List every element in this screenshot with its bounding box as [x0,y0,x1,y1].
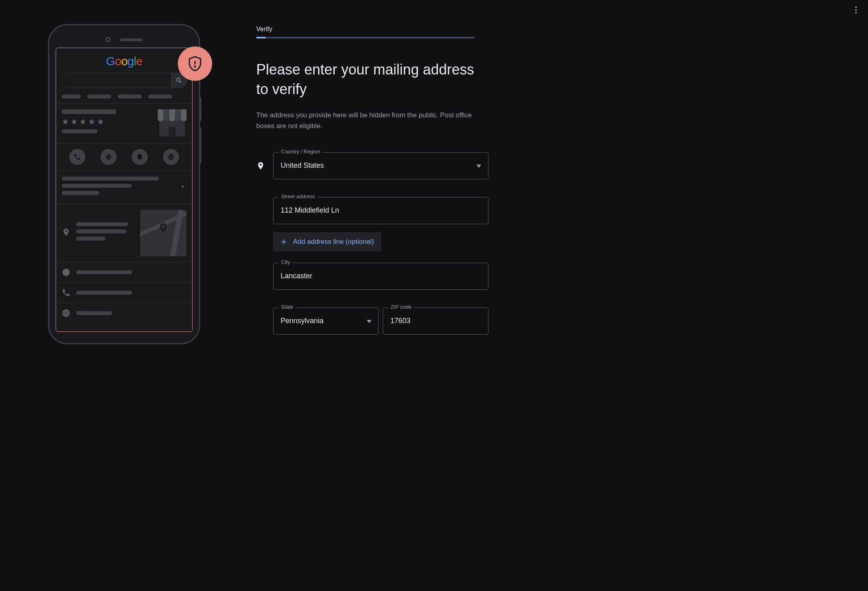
phone-row [56,283,192,303]
zip-label: ZIP code [388,304,414,310]
state-zip-cols: State Pennsylvania ZIP code [273,308,488,335]
more-menu-button[interactable] [852,3,860,17]
placeholder-line [76,229,127,233]
shield-alert-icon [178,46,212,81]
chevron-right-icon [179,183,187,192]
location-pin-icon [256,161,265,170]
map-pin-icon [157,222,169,236]
city-label: City [279,259,292,265]
phone-side-button [199,97,201,121]
svg-point-2 [195,66,195,67]
google-logo: Google [56,48,192,73]
chip-placeholder [87,94,111,98]
placeholder-line [62,191,99,195]
street-row: Street address [256,197,488,224]
category-chips-row [56,93,192,103]
chip-placeholder [118,94,142,98]
overview-row [56,171,192,204]
state-field: State Pennsylvania [273,308,379,335]
state-zip-row: State Pennsylvania ZIP code [256,308,488,335]
zip-input[interactable] [383,308,488,335]
placeholder-line [76,222,129,226]
page-title: Please enter your mailing address to ver… [256,60,488,99]
mini-map [140,210,187,256]
street-field: Street address [273,197,488,224]
country-row: Country / Region United States [256,152,488,179]
city-row: City [256,263,488,290]
country-field: Country / Region United States [273,152,488,179]
website-icon [163,149,179,165]
country-select[interactable]: United States [273,152,488,179]
phone-wrapper: Google [48,24,200,344]
step-label: Verify [256,26,488,33]
add-line-row: Add address line (optional) [256,232,488,251]
pin-icon [62,228,70,238]
state-label: State [279,304,295,310]
hours-row [56,262,192,282]
city-input[interactable] [273,263,488,290]
listing-header [56,104,192,143]
phone-earpiece [56,34,193,48]
progress-track [256,37,474,38]
address-lines [76,222,135,244]
actions-row [56,143,192,171]
page-subtitle: The address you provide here will be hid… [256,110,488,131]
page-wrapper: Google [0,0,868,368]
placeholder-line [76,291,132,295]
form-column: Verify Please enter your mailing address… [256,24,488,352]
placeholder-line [62,184,132,188]
clock-icon [62,268,70,277]
illustration-column: Google [48,24,200,352]
placeholder-line [76,237,105,241]
add-address-line-button[interactable]: Add address line (optional) [273,232,381,251]
phone-icon [62,288,70,297]
star-rating [62,118,152,125]
placeholder-line [62,129,98,133]
website-row [56,303,192,323]
directions-icon [100,149,117,165]
city-field: City [273,263,488,290]
search-bar-row [56,73,192,93]
country-value: United States [281,161,324,170]
phone-volume-button [199,127,201,163]
storefront-icon [158,109,187,137]
chip-placeholder [148,94,172,98]
phone-screen: Google [56,48,193,332]
progress-fill [256,37,266,38]
plus-icon [280,238,287,245]
search-bar [62,73,187,88]
phone-speaker [120,38,143,41]
chip-placeholder [62,94,81,98]
search-input-placeholder [62,73,171,88]
call-icon [69,149,85,165]
state-select[interactable]: Pennsylvania [273,308,379,335]
zip-field: ZIP code [383,308,488,335]
listing-text [62,109,152,137]
phone-frame: Google [48,24,200,344]
placeholder-line [76,270,132,274]
placeholder-line [62,109,116,114]
placeholder-line [62,177,159,181]
globe-icon [62,309,70,318]
street-input[interactable] [273,197,488,224]
country-label: Country / Region [279,149,323,155]
save-icon [132,149,148,165]
address-row [56,204,192,262]
placeholder-line [76,311,112,315]
state-value: Pennsylvania [281,317,323,325]
phone-camera-dot [106,37,111,42]
street-label: Street address [279,193,317,199]
add-address-line-label: Add address line (optional) [293,238,374,246]
